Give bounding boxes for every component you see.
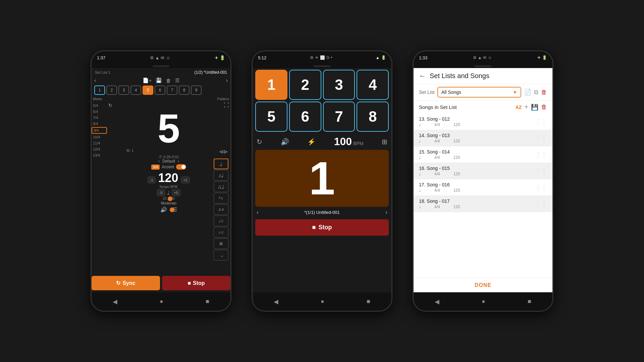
song-item-15[interactable]: 15. Song - 014 ♩ 4/4 120 ⋮⋮	[414, 146, 552, 163]
pattern-alt1[interactable]: ♩♫	[214, 216, 228, 226]
plus1-btn[interactable]: +1	[181, 177, 190, 183]
tab-9[interactable]: 9	[191, 85, 202, 95]
prev-song-icon[interactable]: ‹	[257, 209, 259, 216]
drag-handle-16[interactable]: ⋮⋮	[535, 167, 547, 175]
tab-5[interactable]: 5	[143, 85, 153, 95]
home-nav-btn2[interactable]: ●	[321, 298, 324, 305]
loop-icon[interactable]: ↻	[108, 103, 112, 108]
prev-arrow-icon[interactable]: ‹	[94, 77, 96, 83]
note-icon-14: ♩	[419, 139, 421, 143]
speaker-icon2[interactable]: 🔊	[281, 138, 289, 146]
drag-handle-13[interactable]: ⋮⋮	[535, 118, 547, 125]
song-item-13[interactable]: 13. Song - 012 ♩ 4/4 120 ⋮⋮	[414, 114, 552, 130]
stop-button-phone2[interactable]: ■ Stop	[255, 219, 389, 236]
meter-12-4[interactable]: 12/4	[92, 146, 107, 152]
cell-7[interactable]: 7	[323, 102, 355, 132]
drag-handle-14[interactable]: ⋮⋮	[535, 134, 547, 142]
recents-nav-btn3[interactable]: ■	[528, 298, 531, 305]
tempo-thumb[interactable]	[168, 196, 172, 201]
pattern-half[interactable]: 𝅗	[214, 250, 228, 260]
meter-11-4[interactable]: 11/4	[92, 140, 107, 146]
back-button[interactable]: ←	[419, 72, 426, 80]
pattern-triplet[interactable]: ³♫	[214, 193, 228, 203]
tab-6[interactable]: 6	[155, 85, 165, 95]
meter-10-4[interactable]: 10/4	[92, 134, 107, 140]
delete-setlist-icon[interactable]: 🗑	[541, 89, 547, 96]
cell-3[interactable]: 3	[323, 70, 355, 100]
done-button[interactable]: DONE	[475, 282, 491, 288]
phone2-time: 5:12	[258, 55, 266, 60]
prev-default-icon[interactable]: ‹	[158, 159, 160, 164]
meter-15: 4/4	[434, 155, 440, 160]
sort-az-icon[interactable]: AZ	[516, 105, 522, 110]
next-default-icon[interactable]: ›	[178, 159, 179, 164]
meter-13-4[interactable]: 13/4	[92, 153, 107, 158]
pattern-two-eighth[interactable]: ♫♩	[214, 181, 228, 192]
phone2-display: 1	[255, 150, 389, 207]
meter-6-4[interactable]: 6/4	[92, 109, 107, 114]
tab-7[interactable]: 7	[167, 85, 177, 95]
meter-7-4[interactable]: 7/4	[92, 115, 107, 120]
cell-4[interactable]: 4	[357, 70, 389, 100]
save-icon[interactable]: 💾	[156, 77, 162, 83]
pattern-alt2[interactable]: ♪♫	[214, 227, 228, 238]
delete-icon[interactable]: 🗑	[166, 78, 171, 83]
drag-handle-17[interactable]: ⋮⋮	[535, 184, 547, 191]
home-nav-btn3[interactable]: ●	[482, 298, 485, 305]
song-item-17[interactable]: 17. Song - 016 ♩ 4/4 120 ⋮⋮	[414, 179, 552, 196]
add-song-icon[interactable]: +	[524, 103, 528, 111]
tab-1[interactable]: 1	[94, 85, 105, 95]
add-file-icon[interactable]: 📄+	[143, 77, 152, 83]
drag-handle-15[interactable]: ⋮⋮	[535, 151, 547, 158]
flash-icon[interactable]: ⚡	[307, 138, 316, 146]
menu-icon[interactable]: ☰	[175, 77, 179, 83]
cell-6[interactable]: 6	[289, 102, 321, 132]
recents-nav-btn[interactable]: ■	[206, 298, 209, 305]
cell-8[interactable]: 8	[357, 102, 389, 132]
next-arrow-icon[interactable]: ›	[226, 77, 228, 83]
cell-2[interactable]: 2	[289, 70, 321, 100]
copy-setlist-icon[interactable]: ⧉	[534, 89, 538, 96]
tab-2[interactable]: 2	[106, 85, 117, 95]
next-song-icon[interactable]: ›	[385, 209, 387, 216]
share-icon[interactable]: ⊲⊳	[219, 148, 228, 155]
back-nav-btn[interactable]: ◀	[113, 298, 117, 305]
pattern-four-eighth[interactable]: ♬♬	[214, 204, 228, 215]
volume-thumb[interactable]	[170, 207, 174, 212]
setlist-dropdown[interactable]: All Songs ▼	[437, 87, 521, 98]
recents-nav-btn2[interactable]: ■	[367, 298, 370, 305]
meter-8-4[interactable]: 8/4	[92, 121, 107, 126]
tab-8[interactable]: 8	[179, 85, 190, 95]
phone3-status-right: ✈ 🔋	[537, 55, 547, 60]
add-setlist-icon[interactable]: 📄	[524, 88, 531, 96]
expand-icon2[interactable]: ⊞	[382, 138, 387, 146]
back-nav-btn2[interactable]: ◀	[274, 298, 278, 305]
tab-3[interactable]: 3	[118, 85, 129, 95]
song-item-16[interactable]: 16. Song - 015 ♩ 4/4 120 ⋮⋮	[414, 163, 552, 179]
song-item-18[interactable]: 18. Song - 017 ♩ 4/4 120 ⋮⋮	[414, 196, 552, 212]
meter-9-4[interactable]: 9/4	[92, 127, 107, 134]
song-item-14[interactable]: 14. Song - 013 ♩ 4/4 120 ⋮⋮	[414, 130, 552, 146]
loop-icon2[interactable]: ↻	[257, 138, 262, 146]
delete-songs-icon[interactable]: 🗑	[541, 104, 547, 111]
pattern-grid[interactable]: ⊞	[214, 238, 228, 249]
stop-button-phone1[interactable]: ■ Stop	[162, 276, 230, 290]
cell-5[interactable]: 5	[255, 102, 287, 132]
pattern-eighth[interactable]: ♪♩	[214, 170, 228, 181]
drag-handle-18[interactable]: ⋮⋮	[535, 200, 547, 207]
expand-icon[interactable]: ⛶	[224, 102, 229, 108]
volume-icon[interactable]: 🔊	[160, 206, 167, 213]
plus5-btn[interactable]: +5	[172, 189, 181, 196]
save-songs-icon[interactable]: 💾	[531, 104, 538, 111]
note-icon-18: ♩	[419, 204, 421, 209]
meter-5-4[interactable]: 5/4	[92, 103, 107, 108]
cell-1[interactable]: 1	[255, 70, 287, 100]
sync-button[interactable]: ↻ Sync	[92, 276, 160, 290]
tab-4[interactable]: 4	[130, 85, 141, 95]
home-nav-btn[interactable]: ●	[160, 298, 163, 305]
pattern-quarter[interactable]: ♩	[214, 159, 228, 169]
back-nav-btn3[interactable]: ◀	[435, 298, 439, 305]
minus5-btn[interactable]: -5	[157, 189, 165, 196]
minus1-btn[interactable]: -1	[148, 177, 156, 183]
accent-toggle[interactable]	[176, 164, 186, 170]
